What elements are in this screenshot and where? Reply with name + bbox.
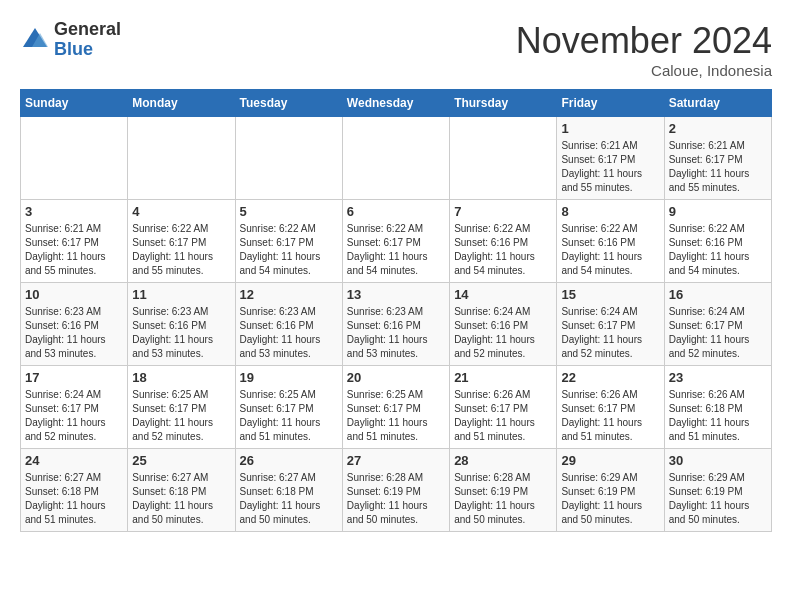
logo-icon: [20, 25, 50, 55]
day-number: 26: [240, 453, 338, 468]
calendar-cell: 9Sunrise: 6:22 AM Sunset: 6:16 PM Daylig…: [664, 200, 771, 283]
calendar-cell: 4Sunrise: 6:22 AM Sunset: 6:17 PM Daylig…: [128, 200, 235, 283]
calendar-cell: 12Sunrise: 6:23 AM Sunset: 6:16 PM Dayli…: [235, 283, 342, 366]
calendar-cell: 16Sunrise: 6:24 AM Sunset: 6:17 PM Dayli…: [664, 283, 771, 366]
calendar-cell: 23Sunrise: 6:26 AM Sunset: 6:18 PM Dayli…: [664, 366, 771, 449]
day-number: 19: [240, 370, 338, 385]
day-info: Sunrise: 6:24 AM Sunset: 6:17 PM Dayligh…: [669, 305, 767, 361]
day-info: Sunrise: 6:21 AM Sunset: 6:17 PM Dayligh…: [669, 139, 767, 195]
day-number: 17: [25, 370, 123, 385]
day-info: Sunrise: 6:21 AM Sunset: 6:17 PM Dayligh…: [25, 222, 123, 278]
calendar-cell: 8Sunrise: 6:22 AM Sunset: 6:16 PM Daylig…: [557, 200, 664, 283]
logo-blue-text: Blue: [54, 39, 93, 59]
day-info: Sunrise: 6:22 AM Sunset: 6:17 PM Dayligh…: [347, 222, 445, 278]
day-number: 23: [669, 370, 767, 385]
day-info: Sunrise: 6:21 AM Sunset: 6:17 PM Dayligh…: [561, 139, 659, 195]
weekday-header: Monday: [128, 90, 235, 117]
page-header: General Blue November 2024 Caloue, Indon…: [20, 20, 772, 79]
location: Caloue, Indonesia: [516, 62, 772, 79]
calendar-cell: 5Sunrise: 6:22 AM Sunset: 6:17 PM Daylig…: [235, 200, 342, 283]
month-title: November 2024: [516, 20, 772, 62]
day-info: Sunrise: 6:26 AM Sunset: 6:18 PM Dayligh…: [669, 388, 767, 444]
day-info: Sunrise: 6:23 AM Sunset: 6:16 PM Dayligh…: [240, 305, 338, 361]
day-number: 28: [454, 453, 552, 468]
weekday-header: Saturday: [664, 90, 771, 117]
calendar-cell: 26Sunrise: 6:27 AM Sunset: 6:18 PM Dayli…: [235, 449, 342, 532]
calendar-cell: 18Sunrise: 6:25 AM Sunset: 6:17 PM Dayli…: [128, 366, 235, 449]
calendar-cell: 10Sunrise: 6:23 AM Sunset: 6:16 PM Dayli…: [21, 283, 128, 366]
day-info: Sunrise: 6:27 AM Sunset: 6:18 PM Dayligh…: [132, 471, 230, 527]
day-info: Sunrise: 6:28 AM Sunset: 6:19 PM Dayligh…: [454, 471, 552, 527]
logo-general-text: General: [54, 19, 121, 39]
day-number: 16: [669, 287, 767, 302]
day-number: 24: [25, 453, 123, 468]
calendar-cell: [235, 117, 342, 200]
day-info: Sunrise: 6:25 AM Sunset: 6:17 PM Dayligh…: [347, 388, 445, 444]
calendar-cell: 20Sunrise: 6:25 AM Sunset: 6:17 PM Dayli…: [342, 366, 449, 449]
calendar-cell: [450, 117, 557, 200]
day-info: Sunrise: 6:27 AM Sunset: 6:18 PM Dayligh…: [25, 471, 123, 527]
day-number: 13: [347, 287, 445, 302]
calendar-cell: 2Sunrise: 6:21 AM Sunset: 6:17 PM Daylig…: [664, 117, 771, 200]
calendar-cell: 7Sunrise: 6:22 AM Sunset: 6:16 PM Daylig…: [450, 200, 557, 283]
day-number: 15: [561, 287, 659, 302]
day-info: Sunrise: 6:26 AM Sunset: 6:17 PM Dayligh…: [561, 388, 659, 444]
day-number: 20: [347, 370, 445, 385]
calendar-cell: 29Sunrise: 6:29 AM Sunset: 6:19 PM Dayli…: [557, 449, 664, 532]
day-number: 14: [454, 287, 552, 302]
calendar-cell: 14Sunrise: 6:24 AM Sunset: 6:16 PM Dayli…: [450, 283, 557, 366]
calendar-cell: [128, 117, 235, 200]
calendar-cell: 21Sunrise: 6:26 AM Sunset: 6:17 PM Dayli…: [450, 366, 557, 449]
day-number: 18: [132, 370, 230, 385]
weekday-header: Thursday: [450, 90, 557, 117]
calendar-cell: 28Sunrise: 6:28 AM Sunset: 6:19 PM Dayli…: [450, 449, 557, 532]
calendar-cell: 27Sunrise: 6:28 AM Sunset: 6:19 PM Dayli…: [342, 449, 449, 532]
logo: General Blue: [20, 20, 121, 60]
day-info: Sunrise: 6:23 AM Sunset: 6:16 PM Dayligh…: [132, 305, 230, 361]
calendar-cell: 1Sunrise: 6:21 AM Sunset: 6:17 PM Daylig…: [557, 117, 664, 200]
day-number: 25: [132, 453, 230, 468]
day-number: 9: [669, 204, 767, 219]
day-number: 3: [25, 204, 123, 219]
day-number: 8: [561, 204, 659, 219]
calendar-cell: 6Sunrise: 6:22 AM Sunset: 6:17 PM Daylig…: [342, 200, 449, 283]
day-info: Sunrise: 6:25 AM Sunset: 6:17 PM Dayligh…: [240, 388, 338, 444]
day-number: 21: [454, 370, 552, 385]
day-info: Sunrise: 6:28 AM Sunset: 6:19 PM Dayligh…: [347, 471, 445, 527]
day-info: Sunrise: 6:29 AM Sunset: 6:19 PM Dayligh…: [561, 471, 659, 527]
day-number: 29: [561, 453, 659, 468]
day-info: Sunrise: 6:23 AM Sunset: 6:16 PM Dayligh…: [25, 305, 123, 361]
day-number: 12: [240, 287, 338, 302]
calendar-table: SundayMondayTuesdayWednesdayThursdayFrid…: [20, 89, 772, 532]
day-number: 10: [25, 287, 123, 302]
calendar-cell: 30Sunrise: 6:29 AM Sunset: 6:19 PM Dayli…: [664, 449, 771, 532]
day-info: Sunrise: 6:27 AM Sunset: 6:18 PM Dayligh…: [240, 471, 338, 527]
calendar-cell: 11Sunrise: 6:23 AM Sunset: 6:16 PM Dayli…: [128, 283, 235, 366]
day-number: 22: [561, 370, 659, 385]
calendar-cell: 3Sunrise: 6:21 AM Sunset: 6:17 PM Daylig…: [21, 200, 128, 283]
weekday-header: Friday: [557, 90, 664, 117]
day-number: 2: [669, 121, 767, 136]
title-block: November 2024 Caloue, Indonesia: [516, 20, 772, 79]
day-number: 4: [132, 204, 230, 219]
day-info: Sunrise: 6:24 AM Sunset: 6:17 PM Dayligh…: [25, 388, 123, 444]
day-info: Sunrise: 6:24 AM Sunset: 6:16 PM Dayligh…: [454, 305, 552, 361]
day-info: Sunrise: 6:24 AM Sunset: 6:17 PM Dayligh…: [561, 305, 659, 361]
day-number: 11: [132, 287, 230, 302]
day-info: Sunrise: 6:23 AM Sunset: 6:16 PM Dayligh…: [347, 305, 445, 361]
day-info: Sunrise: 6:26 AM Sunset: 6:17 PM Dayligh…: [454, 388, 552, 444]
calendar-cell: [342, 117, 449, 200]
calendar-cell: 25Sunrise: 6:27 AM Sunset: 6:18 PM Dayli…: [128, 449, 235, 532]
weekday-header: Wednesday: [342, 90, 449, 117]
day-number: 30: [669, 453, 767, 468]
day-number: 7: [454, 204, 552, 219]
day-info: Sunrise: 6:29 AM Sunset: 6:19 PM Dayligh…: [669, 471, 767, 527]
weekday-header: Sunday: [21, 90, 128, 117]
day-info: Sunrise: 6:25 AM Sunset: 6:17 PM Dayligh…: [132, 388, 230, 444]
day-number: 6: [347, 204, 445, 219]
calendar-cell: 15Sunrise: 6:24 AM Sunset: 6:17 PM Dayli…: [557, 283, 664, 366]
calendar-cell: 19Sunrise: 6:25 AM Sunset: 6:17 PM Dayli…: [235, 366, 342, 449]
calendar-cell: 24Sunrise: 6:27 AM Sunset: 6:18 PM Dayli…: [21, 449, 128, 532]
day-number: 27: [347, 453, 445, 468]
day-info: Sunrise: 6:22 AM Sunset: 6:16 PM Dayligh…: [561, 222, 659, 278]
